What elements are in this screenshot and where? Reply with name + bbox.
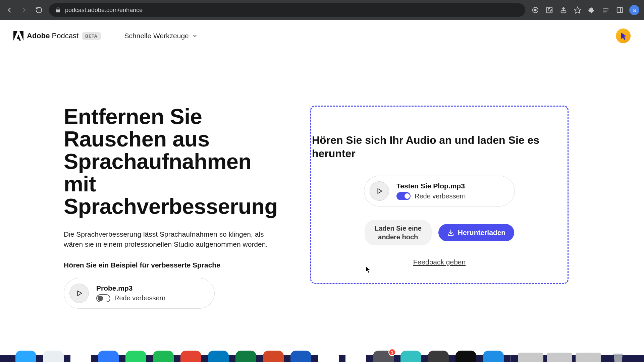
dock-app-word[interactable] — [290, 351, 311, 362]
svg-marker-14 — [77, 291, 82, 296]
play-icon — [376, 187, 383, 195]
upload-another-button[interactable]: Laden Sie eine andere hoch — [365, 220, 432, 245]
trash-icon[interactable] — [608, 349, 629, 362]
quick-tools-dropdown[interactable]: Schnelle Werkzeuge — [124, 32, 198, 40]
dock-app-settings[interactable]: 1 — [373, 351, 394, 362]
brand-text: Adobe Podcast — [27, 32, 78, 40]
minimized-window[interactable] — [518, 353, 543, 362]
address-bar[interactable]: podcast.adobe.com/enhance — [49, 3, 525, 17]
adobe-logo-icon — [13, 31, 23, 41]
dock-app-edge[interactable] — [400, 351, 421, 362]
back-button[interactable] — [5, 5, 14, 15]
dock-app-app-a[interactable] — [428, 351, 449, 362]
lock-icon — [55, 7, 61, 13]
dock-app-photos[interactable] — [318, 351, 339, 362]
dock-separator — [511, 354, 511, 362]
user-avatar[interactable] — [616, 28, 631, 43]
dock-minimized-windows — [518, 353, 601, 362]
svg-marker-4 — [575, 7, 581, 13]
enhance-toggle[interactable] — [396, 192, 411, 200]
result-audio-card: Testen Sie Plop.mp3 Rede verbessern — [364, 176, 515, 206]
minimized-window[interactable] — [576, 353, 601, 362]
dock-app-chrome[interactable] — [70, 351, 91, 362]
profile-avatar[interactable]: S — [629, 5, 639, 15]
svg-point-1 — [534, 9, 536, 11]
play-button[interactable] — [370, 181, 389, 201]
result-filename: Testen Sie Plop.mp3 — [396, 182, 466, 190]
play-button[interactable] — [69, 284, 89, 303]
reading-list-icon[interactable] — [601, 5, 610, 15]
minimized-window[interactable] — [547, 353, 572, 362]
dock-app-app-c[interactable] — [483, 351, 504, 362]
main-content: Entfernen Sie Rauschen aus Sprachaufnahm… — [0, 52, 644, 309]
dock-app-finder[interactable] — [15, 351, 36, 362]
cursor-avatar-icon — [619, 31, 628, 41]
brand-logo[interactable]: Adobe Podcast BETA — [13, 31, 101, 41]
hero-section: Entfernen Sie Rauschen aus Sprachaufnahm… — [64, 106, 278, 309]
sample-audio-card: Probe.mp3 Rede verbessern — [64, 278, 215, 309]
drop-zone[interactable]: Hören Sie sich Ihr Audio an und laden Si… — [310, 106, 569, 284]
star-icon[interactable] — [573, 5, 582, 15]
play-icon — [75, 290, 83, 297]
dock-app-drive[interactable] — [345, 351, 366, 362]
hero-title: Entfernen Sie Rauschen aus Sprachaufnahm… — [64, 106, 278, 218]
translate-icon[interactable] — [545, 5, 554, 15]
macos-dock: 1 — [0, 345, 644, 362]
dock-app-app-b[interactable] — [455, 351, 476, 362]
dock-app-trello[interactable] — [208, 351, 229, 362]
dock-app-mail[interactable] — [98, 351, 119, 362]
dock-app-whatsapp[interactable] — [125, 351, 146, 362]
svg-marker-13 — [621, 33, 626, 40]
google-search-icon[interactable] — [531, 5, 540, 15]
dock-app-todoist[interactable] — [180, 351, 201, 362]
download-button[interactable]: Herunterladen — [438, 224, 514, 241]
panel-heading: Hören Sie sich Ihr Audio an und laden Si… — [312, 133, 547, 160]
result-section: Hören Sie sich Ihr Audio an und laden Si… — [299, 106, 580, 309]
feedback-link[interactable]: Feedback geben — [315, 258, 564, 266]
dock-app-safari[interactable] — [43, 351, 64, 362]
address-text: podcast.adobe.com/enhance — [65, 7, 143, 14]
notification-badge: 1 — [388, 349, 396, 356]
dock-app-spotify[interactable] — [153, 351, 174, 362]
svg-marker-12 — [17, 35, 21, 41]
beta-badge: BETA — [82, 32, 101, 40]
share-icon[interactable] — [559, 5, 568, 15]
enhance-toggle-label: Rede verbessern — [415, 192, 466, 200]
svg-marker-10 — [13, 31, 17, 41]
extensions-icon[interactable] — [587, 5, 596, 15]
svg-rect-17 — [613, 354, 623, 356]
browser-chrome: podcast.adobe.com/enhance S — [0, 0, 644, 20]
svg-marker-15 — [378, 189, 382, 194]
sidepanel-icon[interactable] — [615, 5, 625, 15]
download-icon — [447, 229, 454, 236]
dock-app-excel[interactable] — [235, 351, 256, 362]
forward-button[interactable] — [19, 5, 29, 15]
enhance-toggle-label: Rede verbessern — [114, 294, 165, 302]
example-label: Hören Sie ein Beispiel für verbesserte S… — [64, 261, 278, 269]
dock-app-powerpoint[interactable] — [263, 351, 284, 362]
site-header: Adobe Podcast BETA Schnelle Werkzeuge — [0, 20, 644, 52]
hero-subtitle: Die Sprachverbesserung lässt Sprachaufna… — [64, 229, 272, 250]
sample-filename: Probe.mp3 — [96, 284, 165, 292]
enhance-toggle[interactable] — [96, 294, 110, 302]
reload-button[interactable] — [34, 5, 44, 15]
svg-rect-8 — [617, 8, 623, 13]
chevron-down-icon — [192, 33, 198, 39]
